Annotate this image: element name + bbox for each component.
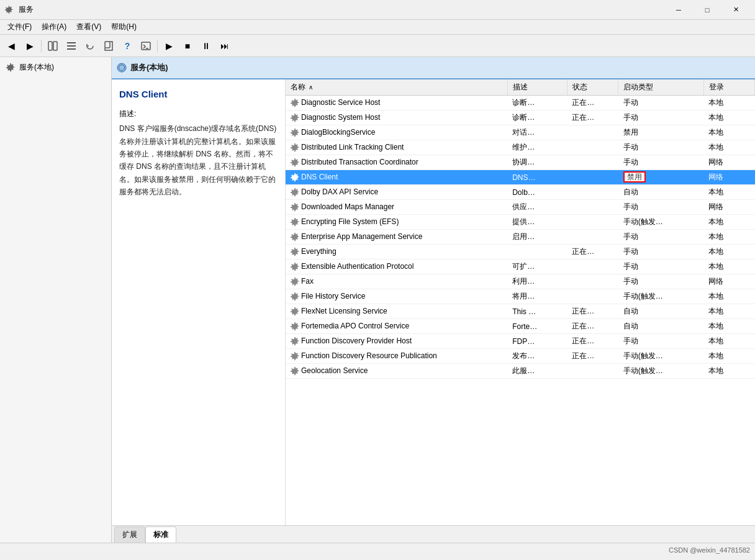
stop-button[interactable]: ■	[179, 37, 196, 55]
table-row[interactable]: Geolocation Service此服…手动(触发…本地	[286, 364, 755, 379]
toolbar-sep-1	[41, 40, 42, 52]
service-name: Fortemedia APO Control Service	[286, 319, 507, 334]
back-button[interactable]: ◀	[2, 37, 20, 55]
restart-button[interactable]: ⏭	[216, 37, 233, 55]
col-desc[interactable]: 描述	[507, 79, 567, 96]
disabled-badge: 禁用	[623, 171, 646, 183]
table-row[interactable]: Diagnostic Service Host诊断…正在…手动本地	[286, 96, 755, 111]
service-logon: 本地	[703, 185, 754, 200]
service-title: DNS Client	[119, 87, 278, 102]
service-status	[567, 289, 618, 304]
status-bar: CSDN @weixin_44781582	[0, 543, 755, 556]
service-startup: 手动	[618, 200, 703, 215]
table-row[interactable]: Diagnostic System Host诊断…正在…手动本地	[286, 111, 755, 125]
table-row[interactable]: Dolby DAX API ServiceDolb…自动本地	[286, 185, 755, 200]
export-button[interactable]	[100, 37, 117, 55]
window-controls: ─ □ ✕	[664, 0, 750, 20]
table-row[interactable]: Enterprise App Management Service启用…手动本地	[286, 230, 755, 245]
window-title: 服务	[19, 4, 664, 15]
service-logon: 本地	[703, 304, 754, 319]
service-status	[567, 215, 618, 230]
service-name: Everything	[286, 245, 507, 260]
menu-view[interactable]: 查看(V)	[71, 20, 106, 34]
table-row[interactable]: Fax利用…手动网络	[286, 274, 755, 289]
help-button[interactable]: ?	[119, 37, 136, 55]
col-status[interactable]: 状态	[567, 79, 618, 96]
service-status: 正在…	[567, 304, 618, 319]
col-logon[interactable]: 登录	[703, 79, 754, 96]
service-desc: 诊断…	[507, 96, 567, 111]
col-startup[interactable]: 启动类型	[618, 79, 703, 96]
table-row[interactable]: DNS ClientDNS…禁用网络	[286, 170, 755, 185]
table-row[interactable]: Distributed Transaction Coordinator协调…手动…	[286, 155, 755, 170]
menu-file[interactable]: 文件(F)	[2, 20, 37, 34]
table-row[interactable]: Extensible Authentication Protocol可扩…手动本…	[286, 260, 755, 274]
table-row[interactable]: Everything正在…手动本地	[286, 245, 755, 260]
service-logon: 本地	[703, 125, 754, 140]
table-row[interactable]: Function Discovery Resource Publication发…	[286, 349, 755, 364]
desc-label: 描述:	[119, 108, 278, 120]
service-status: 正在…	[567, 334, 618, 349]
toolbar: ◀ ▶ ? ▶ ■ ⏸ ⏭	[0, 35, 755, 57]
col-name[interactable]: 名称 ∧	[286, 79, 507, 96]
service-startup: 手动	[618, 111, 703, 125]
table-row[interactable]: Downloaded Maps Manager供应…手动网络	[286, 200, 755, 215]
service-startup: 手动(触发…	[618, 215, 703, 230]
service-desc: Dolb…	[507, 185, 567, 200]
table-row[interactable]: FlexNet Licensing ServiceThis …正在…自动本地	[286, 304, 755, 319]
table-row[interactable]: Encrypting File System (EFS)提供…手动(触发…本地	[286, 215, 755, 230]
sidebar-item-services-local[interactable]: 服务(本地)	[2, 60, 109, 75]
service-logon: 本地	[703, 140, 754, 155]
svg-rect-4	[67, 48, 76, 50]
service-desc: 供应…	[507, 200, 567, 215]
service-startup: 手动	[618, 334, 703, 349]
restore-button[interactable]: □	[693, 0, 721, 20]
desc-text: DNS 客户端服务(dnscache)缓存域名系统(DNS)名称并注册该计算机的…	[119, 122, 278, 198]
content-header: 服务(本地)	[112, 57, 755, 79]
service-desc: 发布…	[507, 349, 567, 364]
menu-action[interactable]: 操作(A)	[37, 20, 71, 34]
forward-button[interactable]: ▶	[21, 37, 38, 55]
service-startup: 手动	[618, 274, 703, 289]
table-row[interactable]: Fortemedia APO Control ServiceForte…正在…自…	[286, 319, 755, 334]
service-status	[567, 274, 618, 289]
service-startup: 禁用	[618, 125, 703, 140]
service-logon: 网络	[703, 170, 754, 185]
show-hide-button[interactable]	[44, 37, 61, 55]
console-button[interactable]	[137, 37, 155, 55]
service-status: 正在…	[567, 96, 618, 111]
service-startup: 手动	[618, 96, 703, 111]
tab-standard[interactable]: 标准	[145, 526, 176, 543]
list-button[interactable]	[63, 37, 80, 55]
pause-button[interactable]: ⏸	[197, 37, 215, 55]
content-area: 服务(本地) DNS Client 描述: DNS 客户端服务(dnscache…	[112, 57, 755, 543]
service-startup: 手动	[618, 230, 703, 245]
right-panel[interactable]: 名称 ∧ 描述 状态 启动类型 登录 Diagnostic Servic	[286, 79, 755, 525]
service-logon: 本地	[703, 230, 754, 245]
close-button[interactable]: ✕	[721, 0, 750, 20]
svg-rect-0	[48, 42, 52, 50]
menu-help[interactable]: 帮助(H)	[106, 20, 142, 34]
table-row[interactable]: File History Service将用…手动(触发…本地	[286, 289, 755, 304]
refresh-button[interactable]	[81, 37, 99, 55]
service-name: FlexNet Licensing Service	[286, 304, 507, 319]
service-desc: 诊断…	[507, 111, 567, 125]
play-button[interactable]: ▶	[160, 37, 178, 55]
service-logon: 网络	[703, 274, 754, 289]
service-desc: Forte…	[507, 319, 567, 334]
service-name: Encrypting File System (EFS)	[286, 215, 507, 230]
service-name: Downloaded Maps Manager	[286, 200, 507, 215]
table-row[interactable]: DialogBlockingService对话…禁用本地	[286, 125, 755, 140]
toolbar-sep-2	[157, 40, 158, 52]
tab-expand[interactable]: 扩展	[114, 526, 145, 543]
minimize-button[interactable]: ─	[664, 0, 693, 20]
service-status	[567, 170, 618, 185]
service-name: Dolby DAX API Service	[286, 185, 507, 200]
table-row[interactable]: Function Discovery Provider HostFDP…正在…手…	[286, 334, 755, 349]
left-panel: DNS Client 描述: DNS 客户端服务(dnscache)缓存域名系统…	[112, 79, 286, 525]
menu-bar: 文件(F) 操作(A) 查看(V) 帮助(H)	[0, 20, 755, 35]
service-name: Function Discovery Resource Publication	[286, 349, 507, 364]
table-row[interactable]: Distributed Link Tracking Client维护…手动本地	[286, 140, 755, 155]
service-desc: 此服…	[507, 364, 567, 379]
service-logon: 本地	[703, 215, 754, 230]
